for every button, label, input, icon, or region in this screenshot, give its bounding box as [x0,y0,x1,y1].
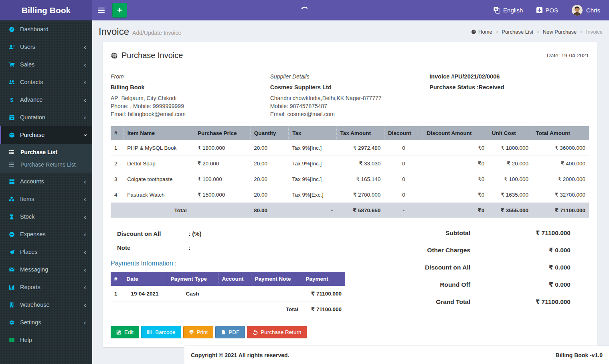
summary-label: Round Off [440,281,470,288]
sidebar-item-users[interactable]: Users ‹ [0,38,92,56]
column-header: Unit Cost [488,126,532,140]
breadcrumb-new-purchase[interactable]: New Purchase [543,29,577,35]
items-table: #Item NamePurchase PriceQuantityTaxTax A… [111,126,589,218]
sidebar-item-items[interactable]: Items ‹ [0,190,92,208]
column-header: Payment [302,272,345,286]
supplier-block: Supplier Details Cosmex Suppliers Ltd Ch… [270,72,430,118]
sidebar-item-expenses[interactable]: Expenses ‹ [0,225,92,243]
sidebar-item-dashboard[interactable]: Dashboard [0,20,92,38]
column-header: Quantity [250,126,288,140]
discount-on-all-row: Discount on All : (%) [111,230,367,237]
chevron-left-icon: ‹ [84,284,86,291]
chevron-left-icon: ‹ [84,249,86,255]
envelope-icon [7,267,16,272]
invoice-date: Date: 19-04-2021 [547,52,589,58]
sidebar-subitem-purchase-list[interactable]: Purchase List [0,146,92,158]
print-button[interactable]: Print [183,326,214,338]
edit-button[interactable]: Edit [111,326,139,338]
cart-icon [7,62,16,68]
purchase-status: Purchase Status :Received [429,83,589,91]
loading-spinner-icon [300,6,309,15]
invoice-card: Purchase Invoice Date: 19-04-2021 From B… [103,42,597,347]
column-header: Total Amount [532,126,589,140]
invoice-number: Invoice #PU/2021/02/0006 [429,72,589,80]
list-icon [8,162,16,167]
language-icon: A [494,7,500,14]
sidebar-item-stock[interactable]: Stock ‹ [0,208,92,225]
breadcrumb-home[interactable]: Home [471,29,492,35]
pos-button[interactable]: POS [536,7,558,14]
item-row: 1 PHP & MySQL Book ₹ 1800.000 20.00 Tax … [111,140,589,156]
purchase-return-button[interactable]: Purchase Return [247,326,307,338]
sidebar-item-purchase[interactable]: Purchase ‹ [0,126,92,144]
content-header: Invoice Add/Update Invoice Home > Purcha… [92,20,609,42]
summary-value: ₹ 71100.000 [470,298,571,306]
column-header: Discount [384,126,423,140]
item-row: 4 Fastrack Watch ₹ 1500.000 20.00 Tax 9%… [111,187,589,203]
item-row: 2 Dettol Soap ₹ 20.000 20.00 Tax 9%[Inc.… [111,156,589,171]
undo-icon [253,330,258,335]
sidebar-item-accounts[interactable]: Accounts ‹ [0,173,92,190]
language-switcher[interactable]: A English [494,7,523,14]
sidebar-item-help[interactable]: Help [0,331,92,349]
barcode-icon [147,330,152,335]
dashboard-icon [7,26,16,32]
items-table-header-row: #Item NamePurchase PriceQuantityTaxTax A… [111,126,589,140]
section-title: Purchase Invoice [111,51,183,60]
page-subtitle: Add/Update Invoice [132,30,181,36]
sidebar-item-advance[interactable]: $ Advance ‹ [0,91,92,109]
sidebar: Dashboard Users ‹ Sales ‹ Contacts ‹ $ A… [0,20,92,364]
items-total-row: Total 80.00 - ₹ 5870.650 - ₹0 ₹ 3555.000… [111,203,589,218]
brand-logo[interactable]: Billing Book [0,0,92,20]
breadcrumb-purchase-list[interactable]: Purchase List [502,29,533,35]
sidebar-item-sales[interactable]: Sales ‹ [0,56,92,73]
globe-icon [111,52,118,59]
summary-row: Discount on All ₹ 0.000 [417,264,571,271]
summary-value: ₹ 0.000 [470,264,571,271]
svg-text:$: $ [10,97,13,103]
column-header: Discount Amount [423,126,488,140]
sidebar-item-reports[interactable]: Reports ‹ [0,278,92,296]
paper-plane-icon [7,249,16,255]
summary-value: ₹ 71100.000 [470,229,571,237]
chevron-left-icon: ‹ [84,196,86,203]
from-block: From Billing Book AP: Belgaum, City:Chik… [111,72,270,118]
book-icon [7,337,16,343]
chevron-left-icon: ‹ [84,231,86,238]
column-header: Account [218,272,251,286]
note-row: Note : [111,244,367,251]
sidebar-subitem-purchase-returns-list[interactable]: Purchase Returns List [0,158,92,171]
column-header: Payment Type [167,272,218,286]
sidebar-item-contacts[interactable]: Contacts ‹ [0,73,92,91]
column-header: Tax [289,126,336,140]
svg-text:A: A [495,7,498,11]
home-dashboard-icon [471,29,476,34]
breadcrumb: Home > Purchase List > New Purchase > In… [471,29,603,35]
list-icon [8,149,16,155]
barcode-button[interactable]: Barcode [141,326,181,338]
hamburger-icon[interactable] [92,0,110,20]
sidebar-item-settings[interactable]: Settings ‹ [0,314,92,331]
sidebar-item-places[interactable]: Places ‹ [0,243,92,261]
sidebar-item-quotation[interactable]: Quotation ‹ [0,109,92,126]
gears-icon [7,320,16,326]
pdf-button[interactable]: PDF [215,326,245,338]
top-navbar: Billing Book + A English POS Chris [0,0,609,20]
item-row: 3 Colgate toothpaste ₹ 100.000 20.00 Tax… [111,171,589,187]
user-menu[interactable]: Chris [572,5,600,16]
chevron-left-icon: ‹ [84,114,86,121]
column-header: Item Name [123,126,194,140]
payments-total-row: Total ₹ 71100.000 [111,302,345,317]
payment-row: 1 19-04-2021 Cash ₹ 71100.000 [111,286,345,302]
sidebar-item-messaging[interactable]: Messaging ‹ [0,261,92,278]
chevron-left-icon: ‹ [84,302,86,308]
sidebar-item-warehouse[interactable]: Warehouse ‹ [0,296,92,314]
pdf-file-icon [221,330,226,335]
bar-chart-icon [7,284,16,290]
chevron-left-icon: ‹ [84,44,86,50]
users-icon [7,79,16,85]
print-icon [189,330,194,335]
version-text: Billing Book -v1.0 [556,352,603,358]
quick-add-button[interactable]: + [112,3,127,18]
dollar-icon: $ [7,97,16,103]
